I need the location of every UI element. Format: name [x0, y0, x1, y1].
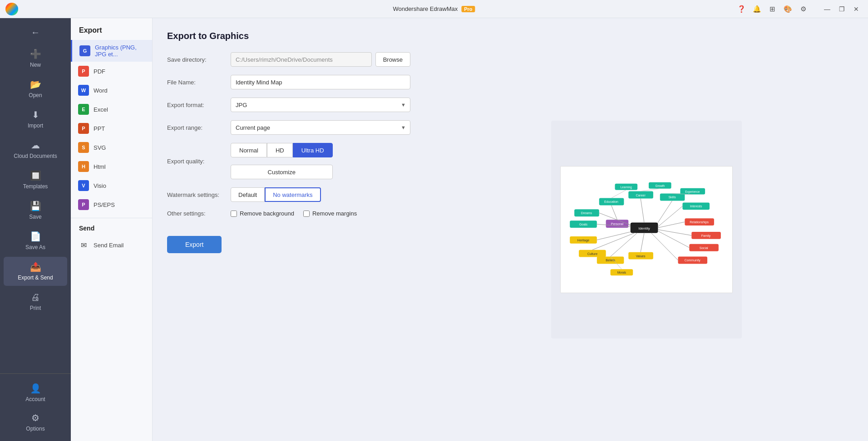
- app-name: Wondershare EdrawMax: [393, 5, 458, 12]
- sidebar-item-print[interactable]: 🖨 Print: [4, 288, 67, 316]
- svg-format-label: SVG: [94, 144, 106, 151]
- remove-bg-checkbox[interactable]: [231, 211, 237, 217]
- watermark-row: Watermark settings: Default No watermark…: [167, 187, 410, 202]
- settings-icon[interactable]: ⚙: [796, 2, 810, 16]
- other-settings-control: Remove background Remove margins: [231, 210, 410, 217]
- excel-format-label: Excel: [94, 106, 108, 113]
- format-item-html[interactable]: H Html: [71, 157, 152, 176]
- other-settings-row: Other settings: Remove background Remove…: [167, 210, 410, 217]
- svg-text:Heritage: Heritage: [577, 239, 589, 242]
- export-range-row: Export range: Current page All pages Sel…: [167, 120, 410, 135]
- sidebar-item-label-templates: Templates: [23, 183, 48, 190]
- title-bar-center: Wondershare EdrawMax Pro: [393, 5, 475, 12]
- quality-options: Normal HD Ultra HD Customize: [231, 143, 333, 179]
- minimize-button[interactable]: —: [821, 3, 833, 15]
- sidebar-item-save[interactable]: 💾 Save: [4, 196, 67, 225]
- graphics-format-icon: G: [79, 45, 90, 56]
- browse-button[interactable]: Browse: [375, 52, 410, 67]
- close-button[interactable]: ✕: [850, 3, 863, 15]
- export-button[interactable]: Export: [167, 236, 222, 253]
- app-body: ← ➕ New 📂 Open ⬇ Import ☁ Cloud Document…: [0, 18, 868, 441]
- file-name-row: File Name:: [167, 75, 410, 89]
- sidebar-item-cloud[interactable]: ☁ Cloud Documents: [4, 135, 67, 164]
- other-settings-label: Other settings:: [167, 210, 231, 217]
- save-icon: 💾: [30, 201, 41, 211]
- remove-bg-checkbox-label[interactable]: Remove background: [231, 210, 294, 217]
- export-quality-control: Normal HD Ultra HD Customize: [231, 143, 410, 179]
- sidebar-item-options[interactable]: ⚙ Options: [4, 408, 67, 436]
- left-sidebar: ← ➕ New 📂 Open ⬇ Import ☁ Cloud Document…: [0, 18, 71, 441]
- format-item-ppt[interactable]: P PPT: [71, 119, 152, 138]
- watermark-label: Watermark settings:: [167, 191, 231, 198]
- export-range-select-wrap: Current page All pages Selected objects …: [231, 120, 410, 135]
- options-icon: ⚙: [31, 412, 39, 423]
- format-item-visio[interactable]: V Visio: [71, 176, 152, 195]
- file-name-input[interactable]: [231, 75, 410, 89]
- remove-margins-label: Remove margins: [312, 210, 357, 217]
- skin-icon[interactable]: 🎨: [781, 2, 794, 16]
- svg-text:Personal: Personal: [611, 222, 624, 225]
- file-name-control: [231, 75, 410, 89]
- new-icon: ➕: [30, 49, 41, 59]
- sidebar-item-new[interactable]: ➕ New: [4, 44, 67, 73]
- svg-text:Education: Education: [604, 200, 618, 203]
- remove-margins-checkbox[interactable]: [303, 211, 310, 217]
- save-directory-input[interactable]: [231, 52, 372, 67]
- quality-normal-button[interactable]: Normal: [231, 143, 267, 157]
- quality-hd-button[interactable]: HD: [267, 143, 293, 157]
- sidebar-item-import[interactable]: ⬇ Import: [4, 105, 67, 133]
- visio-format-icon: V: [78, 180, 89, 191]
- export-format-select[interactable]: JPG PNG BMP SVG: [231, 98, 410, 112]
- send-email-item[interactable]: ✉ Send Email: [71, 235, 152, 255]
- user-avatar[interactable]: [5, 3, 18, 15]
- export-range-select[interactable]: Current page All pages Selected objects: [231, 120, 410, 135]
- svg-text:Social: Social: [700, 246, 708, 250]
- remove-margins-checkbox-label[interactable]: Remove margins: [303, 210, 357, 217]
- export-format-select-wrap: JPG PNG BMP SVG ▼: [231, 98, 410, 112]
- format-item-word[interactable]: W Word: [71, 81, 152, 100]
- export-format-row: Export format: JPG PNG BMP SVG ▼: [167, 98, 410, 112]
- templates-icon: 🔲: [30, 170, 41, 181]
- quality-buttons: Normal HD Ultra HD: [231, 143, 333, 157]
- form-title: Export to Graphics: [167, 31, 410, 41]
- sidebar-item-export[interactable]: 📤 Export & Send: [4, 257, 67, 285]
- quality-ultrahd-button[interactable]: Ultra HD: [293, 143, 333, 157]
- html-format-label: Html: [94, 163, 106, 170]
- format-item-svg[interactable]: S SVG: [71, 138, 152, 157]
- sidebar-item-templates[interactable]: 🔲 Templates: [4, 166, 67, 194]
- restore-button[interactable]: ❐: [835, 3, 848, 15]
- sidebar-item-label-cloud: Cloud Documents: [14, 153, 57, 159]
- sidebar-item-label-account: Account: [25, 396, 45, 402]
- help-icon[interactable]: ❓: [735, 2, 748, 16]
- sidebar-item-back[interactable]: ←: [4, 23, 67, 42]
- excel-format-icon: E: [78, 104, 89, 115]
- notification-icon[interactable]: 🔔: [750, 2, 764, 16]
- svg-text:Experience: Experience: [685, 190, 700, 194]
- svg-text:Learning: Learning: [621, 186, 632, 189]
- sidebar-item-account[interactable]: 👤 Account: [4, 378, 67, 407]
- send-section-title: Send: [71, 218, 152, 235]
- format-item-pdf[interactable]: P PDF: [71, 62, 152, 81]
- export-panel-title: Export: [71, 18, 152, 40]
- export-panel: Export G Graphics (PNG, JPG et... P PDF …: [71, 18, 153, 441]
- title-bar: Wondershare EdrawMax Pro ❓ 🔔 ⊞ 🎨 ⚙ — ❐ ✕: [0, 0, 868, 18]
- sidebar-item-label-options: Options: [26, 426, 44, 432]
- sidebar-item-label-open: Open: [29, 92, 42, 98]
- sidebar-item-open[interactable]: 📂 Open: [4, 74, 67, 103]
- format-item-pseps[interactable]: P PS/EPS: [71, 195, 152, 214]
- sidebar-item-saveas[interactable]: 📄 Save As: [4, 226, 67, 255]
- cloud-icon: ☁: [31, 140, 40, 151]
- svg-text:Values: Values: [636, 255, 646, 258]
- watermark-none-button[interactable]: No watermarks: [265, 187, 321, 202]
- apps-icon[interactable]: ⊞: [765, 2, 779, 16]
- window-controls: ❓ 🔔 ⊞ 🎨 ⚙ — ❐ ✕: [735, 2, 863, 16]
- export-quality-row: Export quality: Normal HD Ultra HD Custo…: [167, 143, 410, 179]
- watermark-default-button[interactable]: Default: [231, 187, 265, 202]
- checkbox-group: Remove background Remove margins: [231, 210, 357, 217]
- format-item-excel[interactable]: E Excel: [71, 100, 152, 119]
- customize-button[interactable]: Customize: [231, 165, 333, 179]
- format-item-graphics[interactable]: G Graphics (PNG, JPG et...: [71, 40, 152, 62]
- svg-text:Morals: Morals: [617, 271, 626, 274]
- export-form-area: Export to Graphics Save directory: Brows…: [153, 18, 425, 441]
- saveas-icon: 📄: [30, 231, 41, 242]
